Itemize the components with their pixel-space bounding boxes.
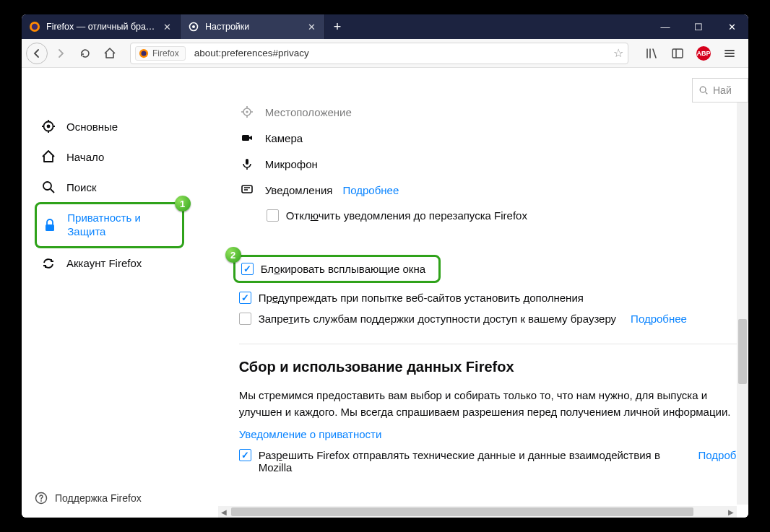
abp-extension-button[interactable]: ABP <box>692 42 715 65</box>
svg-point-11 <box>47 125 51 128</box>
abp-icon: ABP <box>696 46 711 61</box>
svg-point-20 <box>40 500 42 502</box>
location-icon <box>239 105 255 118</box>
permission-label: Местоположение <box>265 106 352 118</box>
settings-main: Местоположение Камера Микрофон Уведомлен… <box>184 68 748 518</box>
window-close[interactable]: ✕ <box>715 14 748 39</box>
telemetry-checkbox[interactable] <box>239 449 251 461</box>
reload-button[interactable] <box>74 42 97 65</box>
checkbox-label: Предупреждать при попытке веб-сайтов уст… <box>259 292 584 304</box>
privacy-notice-link[interactable]: Уведомление о приватности <box>239 428 748 440</box>
annotation-badge-2: 2 <box>225 247 241 263</box>
firefox-icon <box>139 48 149 58</box>
warn-addons-row: Предупреждать при попытке веб-сайтов уст… <box>239 292 748 304</box>
tab-bar: Firefox — отличный браузер д ✕ Настройки… <box>22 14 748 39</box>
sidebar-item-privacy[interactable]: 1 Приватность и Защита <box>35 202 184 248</box>
permission-label: Микрофон <box>265 158 318 170</box>
sidebar-item-account[interactable]: Аккаунт Firefox <box>35 248 184 279</box>
firefox-icon <box>29 21 40 32</box>
url-text[interactable]: about:preferences#privacy <box>194 48 607 58</box>
sidebar-item-general[interactable]: Основные <box>35 111 184 141</box>
address-bar[interactable]: Firefox about:preferences#privacy ☆ <box>130 43 628 64</box>
disable-notifications-checkbox-row: Отключить уведомления до перезапуска Fir… <box>267 209 748 222</box>
tab-firefox-welcome[interactable]: Firefox — отличный браузер д ✕ <box>22 14 181 39</box>
window-maximize[interactable]: ☐ <box>682 14 715 39</box>
warn-addons-checkbox[interactable] <box>239 292 251 304</box>
settings-content: Най Основные Начало Поиск 1 Приватность … <box>22 68 748 518</box>
gear-icon <box>40 118 56 134</box>
sidebar-item-home[interactable]: Начало <box>35 141 184 172</box>
firefox-support-link[interactable]: Поддержка Firefox <box>35 492 142 505</box>
search-icon <box>40 179 56 195</box>
svg-point-5 <box>142 51 147 56</box>
identity-label: Firefox <box>152 48 179 58</box>
home-icon <box>40 149 56 165</box>
bookmark-star-icon[interactable]: ☆ <box>613 46 623 60</box>
vertical-scrollbar[interactable] <box>737 103 748 505</box>
window-minimize[interactable]: — <box>649 14 682 39</box>
gear-icon <box>188 21 199 32</box>
new-tab-button[interactable]: + <box>325 14 350 39</box>
help-icon <box>35 492 48 505</box>
close-icon[interactable]: ✕ <box>163 22 173 32</box>
sidebar-item-label: Поиск <box>66 181 97 193</box>
notifications-more-link[interactable]: Подробнее <box>342 184 399 196</box>
permission-label: Камера <box>265 132 303 144</box>
forward-button[interactable] <box>49 42 72 65</box>
permission-camera: Камера <box>239 131 748 144</box>
block-popups-checkbox[interactable] <box>241 263 254 275</box>
sidebar-item-label: Начало <box>66 151 104 163</box>
scrollbar-thumb[interactable] <box>738 319 747 384</box>
a11y-row: Запретить службам поддержки доступности … <box>239 313 748 325</box>
telemetry-row: Разрешить Firefox отправлять технические… <box>239 449 748 474</box>
permission-label: Уведомления <box>265 184 333 196</box>
home-button[interactable] <box>98 42 121 65</box>
checkbox-label: Разрешить Firefox отправлять технические… <box>259 449 684 474</box>
close-icon[interactable]: ✕ <box>306 22 317 32</box>
toolbar: Firefox about:preferences#privacy ☆ ABP <box>22 39 748 68</box>
lock-icon <box>43 217 57 233</box>
svg-point-16 <box>43 182 51 190</box>
section-divider <box>239 344 745 344</box>
settings-sidebar: Основные Начало Поиск 1 Приватность и За… <box>22 68 184 518</box>
a11y-more-link[interactable]: Подробнее <box>631 313 687 325</box>
scrollbar-thumb[interactable] <box>231 507 693 516</box>
svg-point-22 <box>246 110 248 113</box>
sidebar-toggle-button[interactable] <box>666 42 689 65</box>
back-button[interactable] <box>26 43 48 64</box>
app-menu-button[interactable] <box>718 42 741 65</box>
svg-point-1 <box>32 24 38 30</box>
svg-point-3 <box>192 25 195 28</box>
svg-rect-24 <box>246 159 248 165</box>
identity-pill[interactable]: Firefox <box>135 46 186 61</box>
microphone-icon <box>239 157 255 170</box>
tab-label: Настройки <box>205 22 300 32</box>
svg-line-17 <box>51 189 54 193</box>
scroll-right-arrow[interactable]: ▶ <box>725 506 737 518</box>
scroll-left-arrow[interactable]: ◀ <box>218 506 230 518</box>
horizontal-scrollbar[interactable]: ◀ ▶ <box>218 506 737 518</box>
sidebar-item-label: Основные <box>66 121 118 133</box>
sync-icon <box>40 256 56 271</box>
checkbox-label: Блокировать всплывающие окна <box>261 263 425 275</box>
tab-label: Firefox — отличный браузер д <box>46 22 157 32</box>
notifications-icon <box>239 183 255 196</box>
checkbox[interactable] <box>267 209 279 222</box>
permission-notifications: Уведомления Подробнее <box>239 183 748 196</box>
a11y-checkbox[interactable] <box>239 313 251 325</box>
tab-settings[interactable]: Настройки ✕ <box>181 14 325 39</box>
data-collection-paragraph: Мы стремимся предоставить вам выбор и со… <box>239 387 745 421</box>
svg-rect-25 <box>242 186 252 193</box>
support-label: Поддержка Firefox <box>55 492 142 504</box>
permission-microphone: Микрофон <box>239 157 748 170</box>
sidebar-item-label: Приватность и Защита <box>67 212 173 239</box>
checkbox-label: Отключить уведомления до перезапуска Fir… <box>286 209 527 222</box>
svg-rect-23 <box>242 135 249 141</box>
sidebar-item-label: Аккаунт Firefox <box>66 257 142 269</box>
permission-location: Местоположение <box>239 105 748 118</box>
library-button[interactable] <box>640 42 663 65</box>
data-collection-heading: Сбор и использование данных Firefox <box>239 359 748 375</box>
sidebar-item-search[interactable]: Поиск <box>35 172 184 202</box>
svg-rect-18 <box>46 224 54 231</box>
camera-icon <box>239 131 255 144</box>
